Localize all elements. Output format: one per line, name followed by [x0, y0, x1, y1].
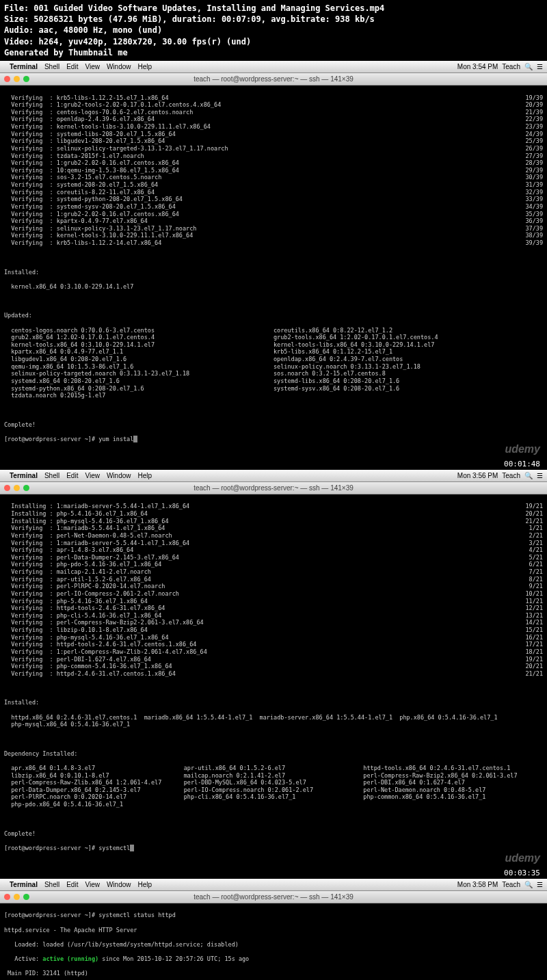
output-row: Verifying : httpd-tools-2.4.6-31.el7.cen… [4, 641, 543, 648]
output-row: Verifying : perl-DBI-1.627-4.el7.x86_641… [4, 656, 543, 663]
output-row: Verifying : perl-Data-Dumper-2.145-3.el7… [4, 554, 543, 561]
output-row: Verifying : libzip-0.10.1-8.el7.x86_6415… [4, 626, 543, 634]
installed-header: Installed: [4, 699, 543, 706]
output-row: Verifying : php-common-5.4.16-36.el7_1.x… [4, 663, 543, 670]
shell-prompt: [root@wordpress-server ~]# yum instal [4, 436, 133, 442]
menu-terminal[interactable]: Terminal [10, 63, 38, 70]
output-row: Verifying : httpd-2.4.6-31.el7.centos.1.… [4, 670, 543, 678]
thumbnail-2: Terminal Shell Edit View Window Help Mon… [0, 470, 547, 868]
notification-icon[interactable]: ☰ [537, 63, 543, 70]
mac-menubar: Terminal Shell Edit View Window Help Mon… [0, 879, 547, 891]
clock: Mon 3:54 PM [457, 63, 498, 70]
active-status: active (running) [42, 955, 98, 962]
installed-header: Installed: [4, 269, 543, 276]
menu-window[interactable]: Window [107, 881, 131, 888]
updated-columns: centos-logos.noarch 0:70.0.6-3.el7.cento… [4, 327, 543, 399]
updated-header: Updated: [4, 312, 543, 319]
spotlight-icon[interactable]: 🔍 [524, 881, 533, 888]
user-menu[interactable]: Teach [502, 472, 520, 479]
output-row: Verifying : krb5-libs-1.12.2-15.el7_1.x8… [4, 94, 543, 102]
output-row: Verifying : perl-PlRPC-0.2020-14.el7.noa… [4, 583, 543, 590]
menu-edit[interactable]: Edit [66, 472, 78, 479]
menu-edit[interactable]: Edit [66, 881, 78, 888]
thumbnail-3: Terminal Shell Edit View Window Help Mon… [0, 879, 547, 980]
window-titlebar: teach — root@wordpress-server:~ — ssh — … [0, 482, 547, 494]
output-row: Verifying : 1:grub2-2.02-0.16.el7.centos… [4, 211, 543, 218]
output-row: Verifying : systemd-sysv-208-20.el7_1.5.… [4, 203, 543, 211]
output-row: Verifying : perl-IO-Compress-2.061-2.el7… [4, 590, 543, 598]
menu-view[interactable]: View [85, 881, 100, 888]
loaded-line: Loaded: loaded (/usr/lib/systemd/system/… [4, 941, 543, 949]
menu-view[interactable]: View [85, 63, 100, 70]
output-row: Verifying : 10:qemu-img-1.5.3-86.el7_1.5… [4, 167, 543, 174]
output-row: Verifying : libgudev1-208-20.el7_1.5.x86… [4, 137, 543, 145]
menu-edit[interactable]: Edit [66, 63, 78, 70]
user-menu[interactable]: Teach [502, 63, 520, 70]
cursor-icon [133, 436, 137, 442]
complete-text: Complete! [4, 830, 543, 838]
size-line: Size: 50286321 bytes (47.96 MiB), durati… [4, 14, 543, 25]
terminal-output-2[interactable]: Installing : 1:mariadb-server-5.5.44-1.e… [0, 494, 547, 868]
notification-icon[interactable]: ☰ [537, 881, 543, 888]
menu-view[interactable]: View [85, 472, 100, 479]
clock: Mon 3:58 PM [457, 881, 498, 888]
video-file-info: File: 001 Guided Video Software Updates,… [0, 0, 547, 61]
output-row: Verifying : 1:grub2-tools-2.02-0.17.0.1.… [4, 101, 543, 109]
output-row: Verifying : perl-Compress-Raw-Bzip2-2.06… [4, 619, 543, 626]
output-row: Verifying : apr-util-1.5.2-6.el7.x86_648… [4, 576, 543, 583]
output-row: Verifying : 1:grub2-2.02-0.16.el7.centos… [4, 159, 543, 167]
output-row: Verifying : php-pdo-5.4.16-36.el7_1.x86_… [4, 561, 543, 568]
mac-menubar: Terminal Shell Edit View Window Help Mon… [0, 470, 547, 482]
menu-window[interactable]: Window [107, 472, 131, 479]
output-row: Verifying : perl-Net-Daemon-0.48-5.el7.n… [4, 532, 543, 540]
traffic-lights[interactable] [4, 76, 29, 82]
menu-terminal[interactable]: Terminal [10, 881, 38, 888]
udemy-watermark: udemy [505, 851, 540, 865]
window-title-text: teach — root@wordpress-server:~ — ssh — … [194, 893, 353, 901]
output-row: Verifying : systemd-libs-208-20.el7_1.5.… [4, 131, 543, 138]
menu-help[interactable]: Help [138, 63, 152, 70]
shell-prompt: [root@wordpress-server ~]# systemctl [4, 845, 130, 851]
output-row: Verifying : apr-1.4.8-3.el7.x86_644/21 [4, 546, 543, 554]
output-row: Verifying : php-mysql-5.4.16-36.el7_1.x8… [4, 634, 543, 641]
spotlight-icon[interactable]: 🔍 [524, 63, 533, 70]
output-row: Verifying : php-5.4.16-36.el7_1.x86_6411… [4, 598, 543, 605]
output-row: Verifying : systemd-208-20.el7_1.5.x86_6… [4, 181, 543, 189]
notification-icon[interactable]: ☰ [537, 472, 543, 479]
thumbnail-1: Terminal Shell Edit View Window Help Mon… [0, 61, 547, 459]
menu-shell[interactable]: Shell [44, 472, 59, 479]
installed-list: kernel.x86_64 0:3.10.0-229.14.1.el7 [4, 283, 543, 291]
dependency-columns: apr.x86_64 0:1.4.8-3.el7 libzip.x86_64 0… [4, 765, 543, 808]
output-row: Verifying : kpartx-0.4.9-77.el7.x86_6436… [4, 217, 543, 225]
video-line: Video: h264, yuv420p, 1280x720, 30.00 fp… [4, 36, 543, 47]
terminal-output-1[interactable]: Verifying : krb5-libs-1.12.2-15.el7_1.x8… [0, 85, 547, 459]
menu-help[interactable]: Help [138, 472, 152, 479]
user-menu[interactable]: Teach [502, 881, 520, 888]
spotlight-icon[interactable]: 🔍 [524, 472, 533, 479]
udemy-watermark: udemy [505, 442, 540, 456]
menu-terminal[interactable]: Terminal [10, 472, 38, 479]
menu-shell[interactable]: Shell [44, 63, 59, 70]
menu-shell[interactable]: Shell [44, 881, 59, 888]
service-name: httpd.service - The Apache HTTP Server [4, 927, 543, 934]
audio-line: Audio: aac, 48000 Hz, mono (und) [4, 25, 543, 36]
output-row: Installing : php-5.4.16-36.el7_1.x86_642… [4, 510, 543, 518]
traffic-lights[interactable] [4, 894, 29, 900]
output-row: Verifying : sos-3.2-15.el7.centos.5.noar… [4, 174, 543, 181]
dependency-header: Dependency Installed: [4, 750, 543, 758]
output-row: Verifying : coreutils-8.22-11.el7.x86_64… [4, 189, 543, 196]
output-row: Installing : 1:mariadb-server-5.5.44-1.e… [4, 503, 543, 510]
menu-help[interactable]: Help [138, 881, 152, 888]
output-row: Installing : php-mysql-5.4.16-36.el7_1.x… [4, 518, 543, 525]
window-titlebar: teach — root@wordpress-server:~ — ssh — … [0, 891, 547, 903]
terminal-output-3[interactable]: [root@wordpress-server ~]# systemctl sta… [0, 903, 547, 980]
traffic-lights[interactable] [4, 485, 29, 491]
menu-window[interactable]: Window [107, 63, 131, 70]
output-row: Verifying : kernel-tools-3.10.0-229.11.1… [4, 232, 543, 239]
active-line: Active: active (running) since Mon 2015-… [4, 955, 543, 963]
generated-line: Generated by Thumbnail me [4, 47, 543, 58]
thumbnail-timestamp: 00:01:48 [504, 460, 540, 468]
window-title-text: teach — root@wordpress-server:~ — ssh — … [194, 75, 353, 83]
main-pid: Main PID: 32141 (httpd) [4, 970, 543, 977]
clock: Mon 3:56 PM [457, 472, 498, 479]
